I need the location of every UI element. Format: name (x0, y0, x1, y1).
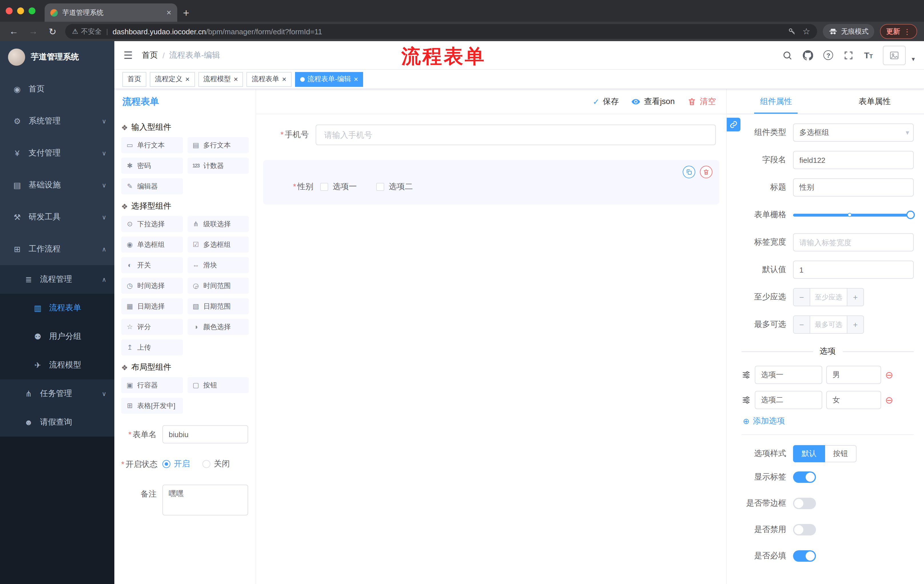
duplicate-item-button[interactable] (683, 166, 695, 178)
window-close-button[interactable] (6, 7, 13, 14)
component-date-range[interactable]: ▧日期范围 (187, 298, 249, 314)
component-color-picker[interactable]: ◑颜色选择 (187, 319, 249, 335)
checkbox-option-1[interactable]: 选项一 (320, 182, 357, 192)
sidebar-logo[interactable]: 芋道管理系统 (0, 41, 114, 73)
label-width-input[interactable] (793, 233, 914, 252)
drag-handle-icon[interactable] (742, 370, 751, 380)
checkbox[interactable] (376, 183, 384, 191)
sidebar-item-payment[interactable]: ¥ 支付管理 ∨ (0, 137, 114, 169)
component-time-range[interactable]: ◶时间范围 (187, 278, 249, 294)
component-rate[interactable]: ☆评分 (121, 319, 183, 335)
clear-button[interactable]: 清空 (687, 96, 716, 107)
github-icon[interactable] (803, 50, 813, 60)
style-button-button[interactable]: 按钮 (825, 445, 856, 462)
link-icon[interactable] (727, 118, 741, 132)
field-name-input[interactable] (793, 151, 914, 169)
component-switch[interactable]: ◐开关 (121, 257, 183, 273)
sidebar-item-leave-query[interactable]: ☻ 请假查询 (0, 408, 114, 437)
component-single-line-text[interactable]: ▭单行文本 (121, 137, 183, 153)
tag-close-icon[interactable]: × (185, 75, 190, 84)
breadcrumb-home[interactable]: 首页 (142, 50, 158, 60)
browser-tab[interactable]: 芋道管理系统 ✕ (45, 3, 177, 22)
component-password[interactable]: ✱密码 (121, 158, 183, 174)
tag-process-form-edit[interactable]: 流程表单-编辑 × (295, 72, 363, 87)
bookmark-star-icon[interactable]: ☆ (802, 26, 810, 36)
disabled-toggle[interactable] (793, 524, 816, 535)
canvas-item-gender-selected[interactable]: *性别 选项一 选项二 (263, 160, 719, 204)
tab-form-props[interactable]: 表单属性 (825, 89, 924, 114)
component-counter[interactable]: 123计数器 (187, 158, 249, 174)
sidebar-item-workflow[interactable]: ⊞ 工作流程 ∧ (0, 233, 114, 265)
user-avatar[interactable] (883, 45, 906, 65)
minus-button[interactable]: − (794, 289, 810, 306)
slider-knob[interactable] (906, 211, 915, 219)
option-value-input[interactable] (826, 366, 881, 384)
checkbox-option-2[interactable]: 选项二 (376, 182, 413, 192)
component-select[interactable]: ⊙下拉选择 (121, 216, 183, 232)
required-toggle[interactable] (793, 550, 816, 562)
border-toggle[interactable] (793, 498, 816, 509)
canvas-item-phone[interactable]: *手机号 (263, 125, 719, 145)
component-textarea[interactable]: ▤多行文本 (187, 137, 249, 153)
password-key-icon[interactable] (788, 28, 795, 35)
font-size-icon[interactable]: TT (864, 50, 873, 60)
min-select-placeholder[interactable]: 至少应选 (810, 289, 847, 306)
form-grid-slider[interactable] (793, 206, 914, 224)
sidebar-item-process-form[interactable]: ▥ 流程表单 (0, 294, 114, 322)
form-name-input[interactable] (162, 425, 248, 443)
component-type-select[interactable]: 多选框组 ▾ (793, 123, 914, 142)
checkbox[interactable] (320, 183, 328, 191)
tag-process-form[interactable]: 流程表单 × (246, 72, 291, 87)
style-default-button[interactable]: 默认 (793, 445, 825, 462)
component-checkbox-group[interactable]: ☑多选框组 (187, 237, 249, 253)
sidebar-item-system[interactable]: ⚙ 系统管理 ∨ (0, 105, 114, 137)
search-icon[interactable] (782, 50, 792, 60)
remove-option-icon[interactable]: ⊖ (885, 395, 893, 405)
remove-option-icon[interactable]: ⊖ (885, 370, 893, 380)
plus-button[interactable]: + (847, 316, 863, 333)
default-value-input[interactable] (793, 261, 914, 279)
back-icon[interactable]: ← (7, 26, 21, 36)
drag-handle-icon[interactable] (742, 395, 751, 405)
sidebar-item-home[interactable]: ◉ 首页 (0, 73, 114, 105)
sidebar-item-infrastructure[interactable]: ▤ 基础设施 ∨ (0, 169, 114, 201)
tag-process-definition[interactable]: 流程定义 × (150, 72, 195, 87)
window-minimize-button[interactable] (17, 7, 24, 14)
avatar-caret-icon[interactable]: ▾ (912, 55, 915, 65)
minus-button[interactable]: − (794, 316, 810, 333)
sidebar-item-process-model[interactable]: ✈ 流程模型 (0, 351, 114, 380)
radio-off[interactable]: 关闭 (202, 459, 230, 469)
sidebar-item-process-management[interactable]: ≣ 流程管理 ∧ (0, 265, 114, 294)
option-label-input[interactable] (755, 391, 822, 409)
tag-home[interactable]: 首页 (122, 72, 146, 87)
component-editor[interactable]: ✎编辑器 (121, 178, 183, 194)
radio-on[interactable]: 开启 (162, 459, 190, 469)
sidebar-item-task-management[interactable]: ⋔ 任务管理 ∨ (0, 380, 114, 408)
phone-input[interactable] (316, 125, 716, 145)
reload-icon[interactable]: ↻ (46, 26, 59, 37)
hamburger-icon[interactable]: ☰ (124, 49, 133, 61)
tag-close-icon[interactable]: × (234, 75, 238, 84)
component-time-picker[interactable]: ◷时间选择 (121, 278, 183, 294)
address-bar[interactable]: ⚠ 不安全 | dashboard.yudao.iocoder.cn /bpm/… (65, 24, 817, 39)
option-label-input[interactable] (755, 366, 822, 384)
browser-update-button[interactable]: 更新 ⋮ (880, 24, 917, 39)
tab-close-icon[interactable]: ✕ (167, 9, 172, 16)
tag-close-icon[interactable]: × (282, 75, 286, 84)
forward-icon[interactable]: → (26, 26, 40, 36)
component-date-picker[interactable]: ▦日期选择 (121, 298, 183, 314)
tab-component-props[interactable]: 组件属性 (727, 89, 825, 114)
sidebar-item-user-group[interactable]: ⚉ 用户分组 (0, 322, 114, 351)
add-option-button[interactable]: ⊕ 添加选项 (743, 416, 914, 426)
component-button[interactable]: ▢按钮 (187, 377, 249, 393)
component-row-container[interactable]: ▣行容器 (121, 377, 183, 393)
max-select-placeholder[interactable]: 最多可选 (810, 316, 847, 333)
component-radio-group[interactable]: ◉单选框组 (121, 237, 183, 253)
sidebar-item-devtools[interactable]: ⚒ 研发工具 ∨ (0, 201, 114, 233)
component-cascader[interactable]: ⋔级联选择 (187, 216, 249, 232)
new-tab-button[interactable]: + (177, 7, 195, 22)
component-table[interactable]: ⊞表格[开发中] (121, 398, 183, 414)
component-upload[interactable]: ↥上传 (121, 339, 183, 355)
save-button[interactable]: ✓ 保存 (592, 96, 619, 107)
browser-menu-icon[interactable]: ⋮ (903, 27, 911, 36)
